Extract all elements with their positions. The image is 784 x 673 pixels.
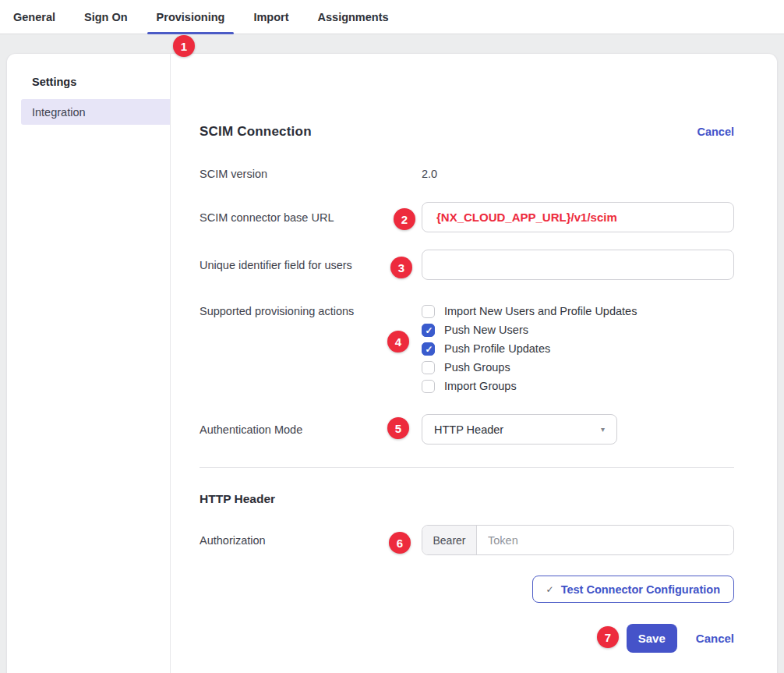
checkbox-push-groups[interactable] <box>422 361 435 374</box>
annotation-badge-4: 4 <box>387 331 409 352</box>
base-url-input[interactable] <box>422 202 734 232</box>
checkbox-push-profile-updates[interactable] <box>422 342 435 356</box>
auth-mode-select[interactable]: HTTP Header <box>422 414 617 445</box>
annotation-badge-5: 5 <box>387 417 409 439</box>
section-divider <box>200 467 734 468</box>
test-connector-configuration-button[interactable]: Test Connector Configuration <box>532 576 734 603</box>
provisioning-card: Settings Integration SCIM Connection Can… <box>6 53 778 673</box>
annotation-badge-7: 7 <box>597 626 619 648</box>
sidebar-item-integration[interactable]: Integration <box>21 99 170 125</box>
annotation-badge-6: 6 <box>389 532 411 554</box>
checkbox-label: Push Groups <box>444 361 510 374</box>
checkbox-row-import-new-users[interactable]: Import New Users and Profile Updates <box>422 302 734 321</box>
provisioning-actions-list: Import New Users and Profile Updates Pus… <box>422 302 734 395</box>
token-input[interactable] <box>477 526 733 554</box>
unique-identifier-input[interactable] <box>422 250 734 280</box>
scim-connection-form: SCIM Connection Cancel SCIM version 2.0 … <box>171 54 777 673</box>
annotation-badge-2: 2 <box>394 208 415 230</box>
tab-sign-on[interactable]: Sign On <box>75 0 137 34</box>
save-button[interactable]: Save <box>627 624 677 653</box>
sidebar-item-label: Integration <box>32 106 86 119</box>
bearer-prefix: Bearer <box>422 526 477 554</box>
checkbox-import-groups[interactable] <box>422 380 435 393</box>
cancel-link-bottom[interactable]: Cancel <box>696 632 734 645</box>
base-url-label: SCIM connector base URL <box>200 211 422 224</box>
checkbox-label: Push New Users <box>444 324 528 336</box>
annotation-badge-3: 3 <box>390 257 412 278</box>
provisioning-actions-label: Supported provisioning actions <box>200 302 422 317</box>
tab-provisioning[interactable]: Provisioning <box>147 0 235 34</box>
checkbox-row-import-groups[interactable]: Import Groups <box>422 377 734 395</box>
scim-version-label: SCIM version <box>200 168 422 180</box>
tab-assignments[interactable]: Assignments <box>309 0 398 34</box>
checkbox-label: Push Profile Updates <box>444 342 550 355</box>
app-tabbar: General Sign On Provisioning Import Assi… <box>0 0 784 34</box>
tab-general[interactable]: General <box>4 0 65 34</box>
check-icon <box>546 584 554 595</box>
page-title: SCIM Connection <box>200 124 312 140</box>
checkbox-push-new-users[interactable] <box>422 324 435 337</box>
checkbox-row-push-profile-updates[interactable]: Push Profile Updates <box>422 339 734 358</box>
annotation-badge-1: 1 <box>173 35 195 57</box>
checkbox-import-new-users[interactable] <box>422 305 435 318</box>
settings-sidebar: Settings Integration <box>7 54 171 673</box>
unique-identifier-label: Unique identifier field for users <box>200 259 422 271</box>
tab-import[interactable]: Import <box>244 0 298 34</box>
checkbox-label: Import New Users and Profile Updates <box>444 305 637 317</box>
cancel-link-top[interactable]: Cancel <box>697 126 734 138</box>
sidebar-heading: Settings <box>32 76 170 88</box>
checkbox-row-push-groups[interactable]: Push Groups <box>422 358 734 377</box>
chevron-down-icon <box>601 425 605 434</box>
http-header-section-title: HTTP Header <box>200 492 734 506</box>
checkbox-row-push-new-users[interactable]: Push New Users <box>422 321 734 339</box>
test-button-label: Test Connector Configuration <box>561 583 720 596</box>
authorization-input-group: Bearer <box>422 525 734 555</box>
auth-mode-selected-value: HTTP Header <box>434 423 503 436</box>
scim-version-value: 2.0 <box>422 168 734 180</box>
checkbox-label: Import Groups <box>444 380 517 392</box>
